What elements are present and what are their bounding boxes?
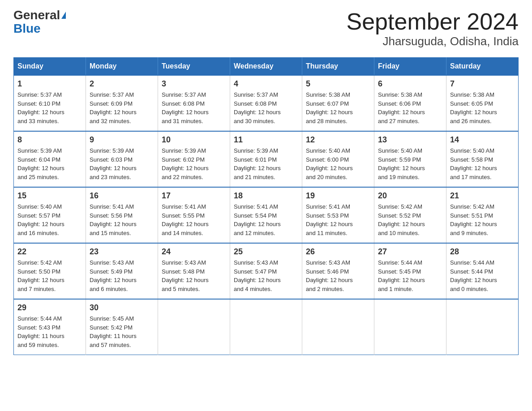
- day-number: 2: [90, 79, 154, 89]
- day-info: Sunrise: 5:44 AMSunset: 5:43 PMDaylight:…: [17, 314, 82, 349]
- day-cell: 15 Sunrise: 5:40 AMSunset: 5:57 PMDaylig…: [14, 187, 86, 243]
- day-number: 16: [90, 191, 154, 201]
- day-info: Sunrise: 5:41 AMSunset: 5:55 PMDaylight:…: [162, 202, 226, 237]
- day-cell: 26 Sunrise: 5:43 AMSunset: 5:46 PMDaylig…: [302, 243, 374, 299]
- day-cell: 10 Sunrise: 5:39 AMSunset: 6:02 PMDaylig…: [158, 131, 230, 187]
- day-info: Sunrise: 5:39 AMSunset: 6:02 PMDaylight:…: [162, 146, 226, 181]
- day-number: 21: [450, 191, 515, 201]
- day-cell: 11 Sunrise: 5:39 AMSunset: 6:01 PMDaylig…: [230, 131, 302, 187]
- day-number: 30: [90, 303, 154, 313]
- day-info: Sunrise: 5:40 AMSunset: 6:00 PMDaylight:…: [306, 146, 370, 181]
- day-cell: 24 Sunrise: 5:43 AMSunset: 5:48 PMDaylig…: [158, 243, 230, 299]
- day-info: Sunrise: 5:37 AMSunset: 6:09 PMDaylight:…: [90, 90, 154, 125]
- day-info: Sunrise: 5:37 AMSunset: 6:10 PMDaylight:…: [17, 90, 82, 125]
- header-friday: Friday: [374, 58, 446, 76]
- day-number: 4: [234, 79, 298, 89]
- day-number: 7: [450, 79, 515, 89]
- week-row-4: 22 Sunrise: 5:42 AMSunset: 5:50 PMDaylig…: [14, 243, 519, 299]
- week-row-1: 1 Sunrise: 5:37 AMSunset: 6:10 PMDayligh…: [14, 75, 519, 131]
- day-number: 24: [162, 247, 226, 257]
- day-info: Sunrise: 5:43 AMSunset: 5:48 PMDaylight:…: [162, 258, 226, 293]
- header-tuesday: Tuesday: [158, 58, 230, 76]
- calendar-subtitle: Jharsuguda, Odisha, India: [347, 34, 519, 48]
- day-cell: 23 Sunrise: 5:43 AMSunset: 5:49 PMDaylig…: [86, 243, 158, 299]
- day-cell: 22 Sunrise: 5:42 AMSunset: 5:50 PMDaylig…: [14, 243, 86, 299]
- day-cell: 6 Sunrise: 5:38 AMSunset: 6:06 PMDayligh…: [374, 75, 446, 131]
- day-cell: 27 Sunrise: 5:44 AMSunset: 5:45 PMDaylig…: [374, 243, 446, 299]
- day-number: 20: [378, 191, 442, 201]
- day-cell: 13 Sunrise: 5:40 AMSunset: 5:59 PMDaylig…: [374, 131, 446, 187]
- day-cell: 12 Sunrise: 5:40 AMSunset: 6:00 PMDaylig…: [302, 131, 374, 187]
- week-row-3: 15 Sunrise: 5:40 AMSunset: 5:57 PMDaylig…: [14, 187, 519, 243]
- day-cell: 5 Sunrise: 5:38 AMSunset: 6:07 PMDayligh…: [302, 75, 374, 131]
- header-monday: Monday: [86, 58, 158, 76]
- day-number: 27: [378, 247, 442, 257]
- day-cell: 28 Sunrise: 5:44 AMSunset: 5:44 PMDaylig…: [446, 243, 519, 299]
- day-number: 29: [17, 303, 82, 313]
- day-cell: [302, 299, 374, 355]
- day-number: 23: [90, 247, 154, 257]
- day-number: 12: [306, 135, 370, 145]
- day-number: 5: [306, 79, 370, 89]
- day-cell: 29 Sunrise: 5:44 AMSunset: 5:43 PMDaylig…: [14, 299, 86, 355]
- week-row-5: 29 Sunrise: 5:44 AMSunset: 5:43 PMDaylig…: [14, 299, 519, 355]
- header-sunday: Sunday: [14, 58, 86, 76]
- week-row-2: 8 Sunrise: 5:39 AMSunset: 6:04 PMDayligh…: [14, 131, 519, 187]
- day-cell: 19 Sunrise: 5:41 AMSunset: 5:53 PMDaylig…: [302, 187, 374, 243]
- day-cell: [158, 299, 230, 355]
- day-info: Sunrise: 5:44 AMSunset: 5:44 PMDaylight:…: [450, 258, 515, 293]
- day-info: Sunrise: 5:43 AMSunset: 5:49 PMDaylight:…: [90, 258, 154, 293]
- day-number: 15: [17, 191, 82, 201]
- day-cell: 16 Sunrise: 5:41 AMSunset: 5:56 PMDaylig…: [86, 187, 158, 243]
- day-info: Sunrise: 5:41 AMSunset: 5:54 PMDaylight:…: [234, 202, 298, 237]
- logo: General Blue: [13, 9, 66, 35]
- day-number: 18: [234, 191, 298, 201]
- day-number: 14: [450, 135, 515, 145]
- day-cell: 21 Sunrise: 5:42 AMSunset: 5:51 PMDaylig…: [446, 187, 519, 243]
- calendar-table: Sunday Monday Tuesday Wednesday Thursday…: [13, 57, 519, 355]
- header-wednesday: Wednesday: [230, 58, 302, 76]
- day-cell: [446, 299, 519, 355]
- day-info: Sunrise: 5:38 AMSunset: 6:06 PMDaylight:…: [378, 90, 442, 125]
- day-cell: 30 Sunrise: 5:45 AMSunset: 5:42 PMDaylig…: [86, 299, 158, 355]
- day-info: Sunrise: 5:39 AMSunset: 6:04 PMDaylight:…: [17, 146, 82, 181]
- day-info: Sunrise: 5:37 AMSunset: 6:08 PMDaylight:…: [162, 90, 226, 125]
- day-cell: [374, 299, 446, 355]
- day-cell: 7 Sunrise: 5:38 AMSunset: 6:05 PMDayligh…: [446, 75, 519, 131]
- day-number: 10: [162, 135, 226, 145]
- day-info: Sunrise: 5:41 AMSunset: 5:56 PMDaylight:…: [90, 202, 154, 237]
- day-info: Sunrise: 5:42 AMSunset: 5:52 PMDaylight:…: [378, 202, 442, 237]
- day-info: Sunrise: 5:40 AMSunset: 5:57 PMDaylight:…: [17, 202, 82, 237]
- day-info: Sunrise: 5:39 AMSunset: 6:03 PMDaylight:…: [90, 146, 154, 181]
- day-number: 11: [234, 135, 298, 145]
- day-number: 25: [234, 247, 298, 257]
- day-cell: 8 Sunrise: 5:39 AMSunset: 6:04 PMDayligh…: [14, 131, 86, 187]
- logo-blue-text: Blue: [13, 22, 41, 35]
- header-thursday: Thursday: [302, 58, 374, 76]
- day-cell: 17 Sunrise: 5:41 AMSunset: 5:55 PMDaylig…: [158, 187, 230, 243]
- day-number: 26: [306, 247, 370, 257]
- day-cell: 25 Sunrise: 5:43 AMSunset: 5:47 PMDaylig…: [230, 243, 302, 299]
- day-info: Sunrise: 5:40 AMSunset: 5:59 PMDaylight:…: [378, 146, 442, 181]
- day-number: 17: [162, 191, 226, 201]
- day-number: 9: [90, 135, 154, 145]
- day-number: 3: [162, 79, 226, 89]
- day-number: 13: [378, 135, 442, 145]
- day-number: 6: [378, 79, 442, 89]
- day-number: 1: [17, 79, 82, 89]
- day-info: Sunrise: 5:42 AMSunset: 5:51 PMDaylight:…: [450, 202, 515, 237]
- day-info: Sunrise: 5:38 AMSunset: 6:05 PMDaylight:…: [450, 90, 515, 125]
- day-info: Sunrise: 5:45 AMSunset: 5:42 PMDaylight:…: [90, 314, 154, 349]
- header-saturday: Saturday: [446, 58, 519, 76]
- day-cell: 4 Sunrise: 5:37 AMSunset: 6:08 PMDayligh…: [230, 75, 302, 131]
- day-info: Sunrise: 5:37 AMSunset: 6:08 PMDaylight:…: [234, 90, 298, 125]
- day-cell: 9 Sunrise: 5:39 AMSunset: 6:03 PMDayligh…: [86, 131, 158, 187]
- day-info: Sunrise: 5:40 AMSunset: 5:58 PMDaylight:…: [450, 146, 515, 181]
- day-cell: 18 Sunrise: 5:41 AMSunset: 5:54 PMDaylig…: [230, 187, 302, 243]
- logo-text: General: [13, 9, 66, 21]
- calendar-title: September 2024: [347, 9, 519, 34]
- weekday-header-row: Sunday Monday Tuesday Wednesday Thursday…: [14, 58, 519, 76]
- day-cell: 2 Sunrise: 5:37 AMSunset: 6:09 PMDayligh…: [86, 75, 158, 131]
- day-number: 22: [17, 247, 82, 257]
- day-number: 28: [450, 247, 515, 257]
